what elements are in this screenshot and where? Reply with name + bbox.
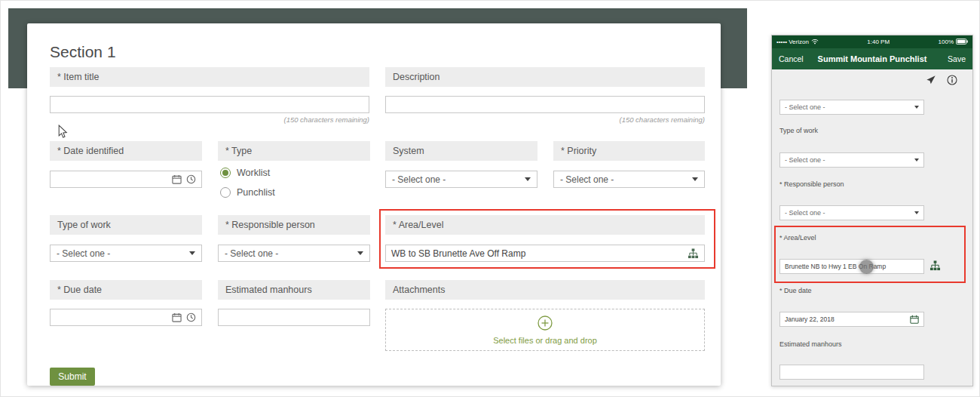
section-title: Section 1 <box>50 43 369 69</box>
mobile-estimated-manhours-input[interactable] <box>779 365 924 380</box>
attachments-dropzone[interactable]: Select files or drag and drop <box>385 309 705 351</box>
chevron-down-icon <box>914 211 919 214</box>
mobile-due-date-input[interactable] <box>779 312 924 327</box>
area-level-input[interactable] <box>385 245 705 262</box>
radio-punchlist[interactable]: Punchlist <box>220 187 275 198</box>
description-hint: (150 characters remaining) <box>385 115 705 124</box>
clock-icon[interactable] <box>186 174 196 184</box>
mobile-type-of-work-label: Type of work <box>779 127 818 134</box>
mobile-due-date-input-field[interactable] <box>785 315 907 323</box>
screenshot-canvas: Section 1 * Item title Description (150 … <box>0 0 980 397</box>
chevron-down-icon <box>692 177 698 181</box>
type-of-work-select[interactable]: - Select one - <box>50 245 202 262</box>
date-identified-input-field[interactable] <box>56 174 167 185</box>
mobile-due-date-label: * Due date <box>779 287 812 294</box>
area-level-input-field[interactable] <box>391 248 683 259</box>
chevron-down-icon <box>914 106 919 109</box>
battery-icon <box>956 38 968 46</box>
responsible-person-label: * Responsible person <box>218 215 370 235</box>
save-button[interactable]: Save <box>948 54 966 63</box>
calendar-icon[interactable] <box>910 315 919 324</box>
item-title-input-field[interactable] <box>56 100 363 110</box>
responsible-person-select[interactable]: - Select one - <box>218 245 370 262</box>
mobile-estimated-manhours-input-field[interactable] <box>785 368 919 376</box>
estimated-manhours-label: Estimated manhours <box>218 280 370 300</box>
system-select-value: - Select one - <box>392 174 446 185</box>
chevron-down-icon <box>525 177 531 181</box>
type-label: * Type <box>218 141 370 161</box>
item-title-label: * Item title <box>50 67 369 87</box>
chevron-down-icon <box>357 251 363 255</box>
mobile-top-select-value: - Select one - <box>785 103 825 111</box>
mobile-type-of-work-value: - Select one - <box>785 156 825 164</box>
wifi-icon <box>811 38 819 46</box>
priority-select[interactable]: - Select one - <box>553 171 705 188</box>
area-level-label: * Area/Level <box>385 215 705 235</box>
radio-selected-icon <box>220 168 231 178</box>
item-title-hint: (150 characters remaining) <box>50 115 369 124</box>
mobile-nav-bar: Cancel Summit Mountain Punchlist Save <box>772 48 972 69</box>
attachments-label: Attachments <box>385 280 705 300</box>
clock-icon[interactable] <box>186 312 196 322</box>
mobile-type-of-work-select[interactable]: - Select one - <box>779 152 924 168</box>
submit-button[interactable]: Submit <box>50 368 95 386</box>
date-identified-label: * Date identified <box>50 141 202 161</box>
mobile-responsible-person-label: * Responsible person <box>779 180 844 188</box>
mobile-top-select[interactable]: - Select one - <box>779 100 924 115</box>
mobile-app-panel: ••••• Verizon 1:40 PM 100% Cancel Summit… <box>771 35 973 386</box>
mobile-estimated-manhours-label: Estimated manhours <box>779 340 842 348</box>
sitemap-icon[interactable] <box>929 260 941 271</box>
mobile-area-level-input-field[interactable] <box>785 263 919 270</box>
radio-worklist-label: Worklist <box>237 168 270 178</box>
chevron-down-icon <box>914 158 919 162</box>
system-select[interactable]: - Select one - <box>385 171 537 188</box>
description-input-field[interactable] <box>391 100 699 110</box>
send-icon[interactable] <box>926 75 936 85</box>
radio-unselected-icon <box>220 187 231 198</box>
info-icon[interactable] <box>947 75 957 85</box>
mobile-responsible-person-select[interactable]: - Select one - <box>779 205 924 220</box>
estimated-manhours-input-field[interactable] <box>224 312 364 323</box>
priority-select-value: - Select one - <box>560 174 614 185</box>
estimated-manhours-input[interactable] <box>218 309 370 326</box>
mouse-cursor-icon <box>58 125 68 142</box>
touch-indicator <box>859 260 874 274</box>
mobile-area-level-label: * Area/Level <box>779 234 816 242</box>
mobile-status-bar: ••••• Verizon 1:40 PM 100% <box>772 35 972 48</box>
calendar-icon[interactable] <box>172 312 182 322</box>
due-date-label: * Due date <box>50 280 202 300</box>
type-of-work-label: Type of work <box>50 215 202 235</box>
description-label: Description <box>385 67 705 87</box>
system-label: System <box>385 141 537 161</box>
date-identified-input[interactable] <box>50 171 202 188</box>
type-of-work-select-value: - Select one - <box>57 248 110 259</box>
plus-circle-icon <box>537 315 553 334</box>
chevron-down-icon <box>189 251 195 255</box>
calendar-icon[interactable] <box>172 174 182 184</box>
item-title-input[interactable] <box>50 96 369 113</box>
radio-worklist[interactable]: Worklist <box>220 168 270 178</box>
responsible-person-select-value: - Select one - <box>225 248 278 259</box>
battery-percent: 100% <box>939 38 954 45</box>
sitemap-icon[interactable] <box>688 248 699 259</box>
mobile-responsible-person-value: - Select one - <box>785 209 825 217</box>
cancel-button[interactable]: Cancel <box>779 54 804 63</box>
due-date-input[interactable] <box>50 309 202 326</box>
description-input[interactable] <box>385 96 705 113</box>
due-date-input-field[interactable] <box>56 312 167 323</box>
priority-label: * Priority <box>553 141 705 161</box>
radio-punchlist-label: Punchlist <box>237 187 275 198</box>
dropzone-text: Select files or drag and drop <box>493 336 597 345</box>
carrier-text: ••••• Verizon <box>776 38 809 45</box>
status-time: 1:40 PM <box>867 38 890 45</box>
mobile-area-level-input[interactable] <box>779 259 924 274</box>
